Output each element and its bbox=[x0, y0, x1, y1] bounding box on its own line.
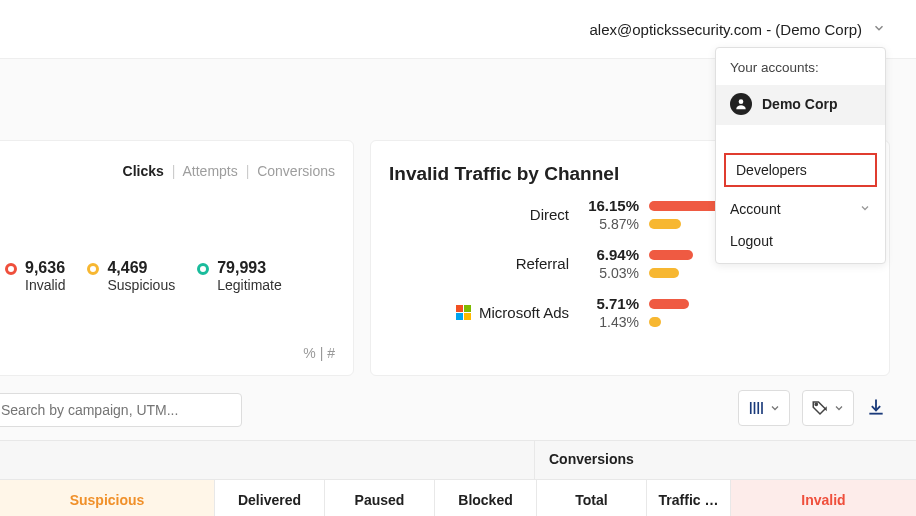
tab-conversions[interactable]: Conversions bbox=[257, 163, 335, 179]
dot-icon bbox=[5, 263, 17, 275]
bar-invalid bbox=[649, 299, 689, 309]
col-paused[interactable]: Paused bbox=[325, 479, 435, 516]
value-mode-toggle[interactable]: % | # bbox=[303, 345, 335, 361]
table-group-row: Conversions bbox=[0, 441, 916, 479]
col-total[interactable]: Total bbox=[537, 479, 647, 516]
col-delivered[interactable]: Delivered bbox=[215, 479, 325, 516]
bar-invalid bbox=[649, 250, 693, 260]
channel-pct-invalid: 16.15% bbox=[579, 197, 639, 214]
tab-attempts[interactable]: Attempts bbox=[183, 163, 238, 179]
channel-name: Referral bbox=[389, 255, 569, 272]
bar-suspicious bbox=[649, 317, 661, 327]
channel-pct-invalid: 5.71% bbox=[579, 295, 639, 312]
dropdown-title: Your accounts: bbox=[716, 48, 885, 85]
stat-value: 9,636 bbox=[25, 259, 65, 277]
stat-label: Suspicious bbox=[107, 277, 175, 293]
account-settings-link[interactable]: Account bbox=[716, 193, 885, 225]
table-toolbar bbox=[738, 390, 886, 426]
dropdown-spacer bbox=[716, 125, 885, 153]
stat-legitimate: 79,993 Legitimate bbox=[197, 259, 282, 293]
channel-pct-invalid: 6.94% bbox=[579, 246, 639, 263]
account-switcher[interactable]: alex@optickssecurity.com - (Demo Corp) bbox=[589, 21, 886, 38]
account-item-label: Demo Corp bbox=[762, 96, 837, 112]
col-invalid[interactable]: Invalid bbox=[731, 479, 916, 516]
developers-label: Developers bbox=[736, 162, 807, 178]
channel-name: Microsoft Ads bbox=[389, 304, 569, 321]
stat-value: 4,469 bbox=[107, 259, 175, 277]
user-icon bbox=[730, 93, 752, 115]
channel-name: Direct bbox=[389, 206, 569, 223]
account-email: alex@optickssecurity.com - (Demo Corp) bbox=[589, 21, 862, 38]
table-header-row: Suspicious Delivered Paused Blocked Tota… bbox=[0, 479, 916, 516]
col-suspicious[interactable]: Suspicious bbox=[0, 479, 215, 516]
account-label: Account bbox=[730, 201, 781, 217]
stat-label: Invalid bbox=[25, 277, 65, 293]
account-item-demo-corp[interactable]: Demo Corp bbox=[716, 85, 885, 125]
logout-label: Logout bbox=[730, 233, 773, 249]
search-input[interactable] bbox=[0, 393, 242, 427]
summary-tabs: Clicks | Attempts | Conversions bbox=[123, 163, 335, 179]
summary-card: Clicks | Attempts | Conversions 9,636 In… bbox=[0, 140, 354, 376]
col-traffic[interactable]: Traffic … bbox=[647, 479, 731, 516]
channel-row-microsoft-ads: Microsoft Ads 5.71% 1.43% bbox=[389, 295, 871, 330]
chevron-down-icon bbox=[833, 402, 845, 414]
chevron-down-icon bbox=[769, 402, 781, 414]
tag-icon bbox=[811, 399, 829, 417]
svg-point-0 bbox=[739, 99, 744, 104]
channel-pct-suspicious: 1.43% bbox=[579, 314, 639, 330]
bar-suspicious bbox=[649, 268, 679, 278]
stats-row: 9,636 Invalid 4,469 Suspicious 79,993 Le… bbox=[5, 259, 339, 293]
developers-link[interactable]: Developers bbox=[724, 153, 877, 187]
card-title: Invalid Traffic by Channel bbox=[389, 163, 619, 185]
svg-point-5 bbox=[815, 403, 817, 405]
account-dropdown: Your accounts: Demo Corp Developers Acco… bbox=[715, 47, 886, 264]
stat-invalid: 9,636 Invalid bbox=[5, 259, 65, 293]
tab-clicks[interactable]: Clicks bbox=[123, 163, 164, 179]
col-blocked[interactable]: Blocked bbox=[435, 479, 537, 516]
stat-label: Legitimate bbox=[217, 277, 282, 293]
chevron-down-icon bbox=[872, 21, 886, 38]
dot-icon bbox=[197, 263, 209, 275]
columns-icon bbox=[747, 399, 765, 417]
channel-pct-suspicious: 5.03% bbox=[579, 265, 639, 281]
data-table: Conversions Suspicious Delivered Paused … bbox=[0, 440, 916, 516]
channel-pct-suspicious: 5.87% bbox=[579, 216, 639, 232]
bar-suspicious bbox=[649, 219, 681, 229]
chevron-down-icon bbox=[859, 202, 871, 217]
columns-button[interactable] bbox=[738, 390, 790, 426]
stat-value: 79,993 bbox=[217, 259, 282, 277]
download-button[interactable] bbox=[866, 397, 886, 420]
dot-icon bbox=[87, 263, 99, 275]
microsoft-icon bbox=[456, 305, 471, 320]
tags-button[interactable] bbox=[802, 390, 854, 426]
group-conversions: Conversions bbox=[535, 441, 916, 479]
logout-link[interactable]: Logout bbox=[716, 225, 885, 257]
stat-suspicious: 4,469 Suspicious bbox=[87, 259, 175, 293]
